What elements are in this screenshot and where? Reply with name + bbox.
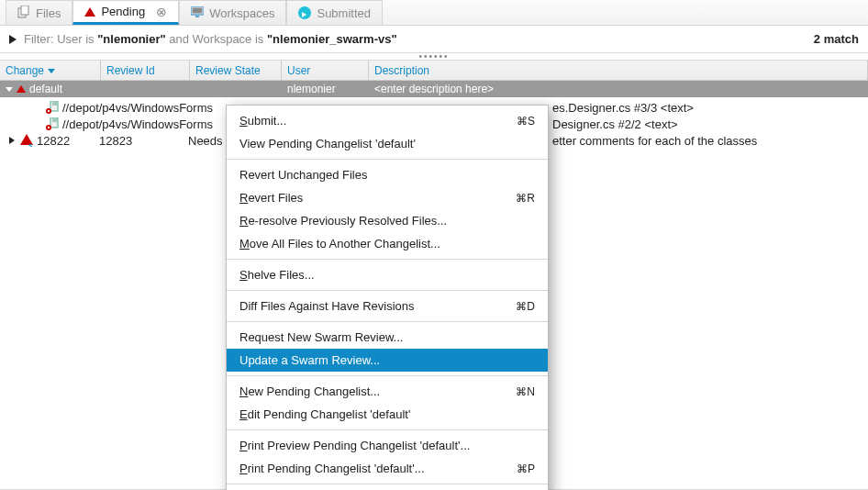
- svg-rect-4: [195, 16, 199, 17]
- menu-request-swarm[interactable]: Request New Swarm Review...: [227, 326, 548, 349]
- menu-print-preview[interactable]: Print Preview Pending Changelist 'defaul…: [227, 434, 548, 457]
- menu-submit[interactable]: Submit... ⌘S: [227, 109, 548, 132]
- pending-icon: [17, 85, 26, 93]
- tab-pending[interactable]: Pending ⊗: [72, 0, 179, 25]
- menu-separator: [227, 375, 548, 376]
- svg-rect-1: [21, 6, 28, 15]
- edit-file-icon: [46, 101, 59, 114]
- description-tail: etter comments for each of the classes: [552, 134, 757, 148]
- menu-new-pending[interactable]: New Pending Changelist... ⌘N: [227, 380, 548, 403]
- change-number: 12822: [37, 134, 99, 148]
- context-menu: Submit... ⌘S View Pending Changelist 'de…: [226, 105, 549, 490]
- tab-bar: Files Pending ⊗ Workspaces Submitted: [0, 0, 868, 26]
- svg-rect-9: [48, 110, 50, 112]
- svg-text:s: s: [28, 141, 33, 147]
- pending-icon: [84, 7, 95, 17]
- svg-rect-3: [193, 7, 203, 13]
- menu-reresolve[interactable]: Re-resolve Previously Resolved Files...: [227, 209, 548, 232]
- workspace-icon: [191, 6, 204, 20]
- menu-diff-have[interactable]: Diff Files Against Have Revisions ⌘D: [227, 295, 548, 317]
- menu-separator: [227, 484, 548, 484]
- review-id: 12823: [99, 134, 188, 148]
- menu-separator: [227, 429, 548, 430]
- filter-disclosure-icon[interactable]: [9, 35, 17, 44]
- menu-separator: [227, 290, 548, 291]
- files-stack-icon: [17, 6, 30, 21]
- file-path: //depot/p4vs/WindowsForms: [62, 117, 213, 131]
- menu-revert-unchanged[interactable]: Revert Unchanged Files: [227, 163, 548, 186]
- description-cell: <enter description here>: [374, 83, 494, 95]
- menu-shelve[interactable]: Shelve Files...: [227, 263, 548, 286]
- menu-view-pending[interactable]: View Pending Changelist 'default': [227, 132, 548, 155]
- column-headers: Change Review Id Review State User Descr…: [0, 61, 868, 81]
- close-icon[interactable]: ⊗: [156, 5, 167, 19]
- menu-revert-files[interactable]: Revert Files ⌘R: [227, 186, 548, 209]
- change-cell: default: [29, 83, 62, 95]
- filter-text: Filter: User is "nlemonier" and Workspac…: [24, 32, 397, 46]
- tab-label: Submitted: [317, 6, 371, 20]
- col-review-state[interactable]: Review State: [190, 61, 282, 81]
- menu-separator: [227, 321, 548, 322]
- file-tail: es.Designer.cs #3/3 <text>: [552, 101, 694, 115]
- pending-changelist-swarm-icon: s: [20, 134, 33, 147]
- col-description[interactable]: Description: [369, 61, 868, 81]
- review-state: Needs: [188, 134, 223, 148]
- row-default-changelist[interactable]: default nlemonier <enter description her…: [0, 81, 868, 97]
- menu-separator: [227, 259, 548, 260]
- user-cell: nlemonier: [287, 83, 336, 95]
- tab-files[interactable]: Files: [6, 0, 72, 25]
- menu-print[interactable]: Print Pending Changelist 'default'... ⌘P: [227, 457, 548, 480]
- disclosure-open-icon[interactable]: [6, 87, 13, 92]
- col-review-id[interactable]: Review Id: [101, 61, 190, 81]
- menu-edit-pending[interactable]: Edit Pending Changelist 'default': [227, 403, 548, 426]
- menu-move-all[interactable]: Move All Files to Another Changelist...: [227, 232, 548, 255]
- tab-label: Files: [36, 6, 61, 20]
- sort-arrow-icon: [48, 69, 55, 73]
- col-user[interactable]: User: [282, 61, 369, 81]
- disclosure-closed-icon[interactable]: [9, 137, 15, 144]
- tab-label: Workspaces: [209, 6, 274, 20]
- svg-rect-14: [48, 127, 50, 128]
- file-path: //depot/p4vs/WindowsForms: [62, 101, 213, 115]
- match-count: 2 match: [814, 32, 859, 46]
- tab-submitted[interactable]: Submitted: [286, 0, 383, 25]
- edit-file-icon: [46, 117, 59, 130]
- tab-workspaces[interactable]: Workspaces: [179, 0, 286, 25]
- menu-separator: [227, 159, 548, 160]
- menu-update-swarm[interactable]: Update a Swarm Review...: [227, 349, 548, 372]
- col-change[interactable]: Change: [0, 61, 101, 81]
- tab-label: Pending: [101, 5, 145, 18]
- file-tail: Designer.cs #2/2 <text>: [552, 117, 678, 131]
- filter-bar: Filter: User is "nlemonier" and Workspac…: [0, 26, 868, 53]
- submitted-icon: [298, 6, 311, 19]
- split-handle[interactable]: ••••••: [0, 53, 868, 61]
